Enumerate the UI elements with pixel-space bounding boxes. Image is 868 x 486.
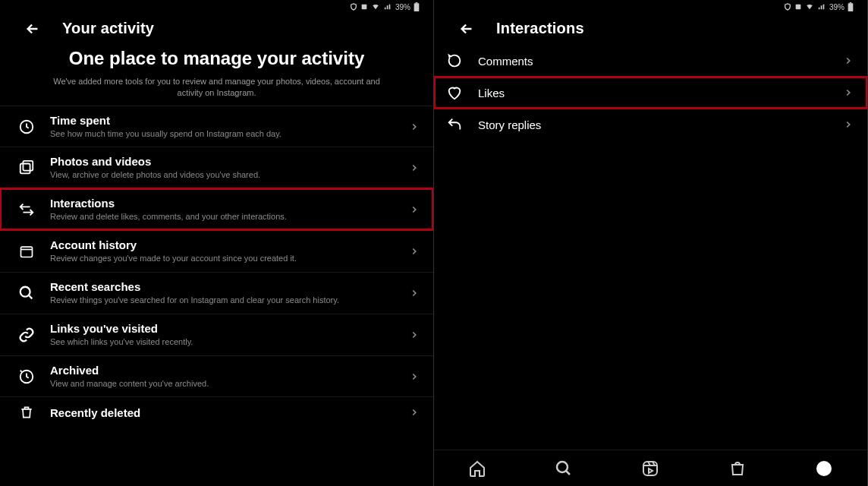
- reply-icon: [445, 116, 464, 133]
- app-bar: Interactions: [434, 14, 867, 45]
- interactions-list: Comments Likes Story replies: [434, 45, 867, 450]
- shield-icon: [350, 3, 357, 11]
- activity-list: Time spent See how much time you usually…: [0, 106, 433, 486]
- phone-interactions: 39% Interactions Comments Likes Story: [434, 0, 868, 486]
- svg-rect-0: [362, 5, 367, 10]
- chevron-right-icon: [843, 55, 854, 66]
- row-account-history[interactable]: Account history Review changes you've ma…: [0, 230, 433, 272]
- row-subtitle: Review changes you've made to your accou…: [50, 253, 395, 264]
- bottom-nav: [434, 450, 867, 486]
- svg-rect-2: [416, 2, 418, 3]
- shield-icon: [784, 3, 791, 11]
- chevron-right-icon: [843, 119, 854, 130]
- nav-search[interactable]: [555, 459, 573, 478]
- chevron-right-icon: [409, 330, 420, 340]
- trash-icon: [17, 405, 36, 420]
- nav-profile[interactable]: [815, 459, 833, 478]
- svg-rect-9: [796, 5, 801, 10]
- row-title: Interactions: [50, 197, 395, 210]
- row-recent-searches[interactable]: Recent searches Review things you've sea…: [0, 272, 433, 314]
- signal-icon: [817, 3, 826, 11]
- svg-rect-11: [850, 2, 852, 3]
- nfc-icon: [360, 3, 368, 11]
- status-bar: 39%: [434, 0, 867, 14]
- battery-icon: [414, 2, 420, 11]
- chevron-right-icon: [409, 288, 420, 298]
- row-subtitle: Review things you've searched for on Ins…: [50, 295, 395, 306]
- chevron-right-icon: [409, 371, 420, 382]
- row-photos-videos[interactable]: Photos and videos View, archive or delet…: [0, 147, 433, 188]
- nav-reels[interactable]: [641, 459, 659, 478]
- row-title: Photos and videos: [50, 155, 395, 168]
- archive-icon: [17, 368, 36, 385]
- chevron-right-icon: [409, 204, 420, 215]
- back-button[interactable]: [458, 21, 475, 37]
- row-archived[interactable]: Archived View and manage content you've …: [0, 355, 433, 397]
- hero: One place to manage your activity We've …: [0, 45, 433, 106]
- calendar-icon: [17, 244, 36, 259]
- chevron-right-icon: [409, 163, 420, 173]
- interactions-icon: [17, 201, 36, 218]
- row-title: Likes: [478, 87, 829, 99]
- svg-rect-13: [643, 462, 657, 475]
- svg-rect-4: [20, 164, 30, 174]
- battery-percent: 39%: [829, 3, 844, 11]
- svg-rect-10: [848, 3, 854, 11]
- app-bar: Your activity: [0, 14, 433, 45]
- nav-shop[interactable]: [728, 459, 747, 478]
- back-button[interactable]: [24, 21, 41, 37]
- row-title: Archived: [50, 364, 395, 377]
- row-story-replies[interactable]: Story replies: [434, 109, 867, 140]
- svg-rect-1: [414, 3, 420, 11]
- row-title: Recent searches: [50, 280, 395, 293]
- row-subtitle: View, archive or delete photos and video…: [50, 169, 395, 181]
- row-links-visited[interactable]: Links you've visited See which links you…: [0, 314, 433, 355]
- link-icon: [17, 327, 36, 343]
- page-title: Interactions: [496, 20, 584, 37]
- hero-title: One place to manage your activity: [21, 48, 412, 70]
- nav-home[interactable]: [468, 459, 486, 478]
- nfc-icon: [794, 3, 802, 11]
- row-comments[interactable]: Comments: [434, 45, 867, 77]
- svg-point-12: [557, 462, 568, 472]
- row-likes[interactable]: Likes: [434, 77, 867, 109]
- battery-percent: 39%: [395, 3, 410, 11]
- row-title: Time spent: [50, 114, 395, 127]
- row-time-spent[interactable]: Time spent See how much time you usually…: [0, 106, 433, 147]
- row-recently-deleted[interactable]: Recently deleted: [0, 396, 433, 428]
- media-icon: [17, 159, 36, 176]
- row-interactions[interactable]: Interactions Review and delete likes, co…: [0, 188, 433, 230]
- row-subtitle: See how much time you usually spend on I…: [50, 128, 395, 140]
- status-bar: 39%: [0, 0, 433, 14]
- row-subtitle: View and manage content you've archived.: [50, 378, 395, 390]
- row-title: Recently deleted: [50, 406, 395, 419]
- page-title: Your activity: [62, 20, 154, 37]
- chevron-right-icon: [409, 407, 420, 418]
- row-subtitle: Review and delete likes, comments, and y…: [50, 211, 395, 222]
- search-icon: [17, 285, 36, 301]
- wifi-icon: [371, 3, 380, 11]
- signal-icon: [383, 3, 392, 11]
- hero-subtitle: We've added more tools for you to review…: [21, 76, 412, 99]
- chevron-right-icon: [409, 122, 420, 132]
- phone-your-activity: 39% Your activity One place to manage yo…: [0, 0, 434, 486]
- svg-point-7: [20, 287, 30, 297]
- row-title: Account history: [50, 238, 395, 251]
- chevron-right-icon: [409, 246, 420, 257]
- row-title: Comments: [478, 55, 829, 68]
- comment-icon: [445, 52, 464, 69]
- wifi-icon: [805, 3, 814, 11]
- svg-rect-6: [21, 247, 33, 257]
- chevron-right-icon: [843, 87, 854, 98]
- svg-rect-5: [23, 161, 33, 171]
- heart-icon: [445, 84, 464, 101]
- row-title: Links you've visited: [50, 322, 395, 335]
- row-subtitle: See which links you've visited recently.: [50, 336, 395, 348]
- clock-icon: [17, 118, 36, 135]
- battery-icon: [848, 2, 854, 11]
- svg-point-14: [816, 461, 832, 476]
- row-title: Story replies: [478, 118, 829, 131]
